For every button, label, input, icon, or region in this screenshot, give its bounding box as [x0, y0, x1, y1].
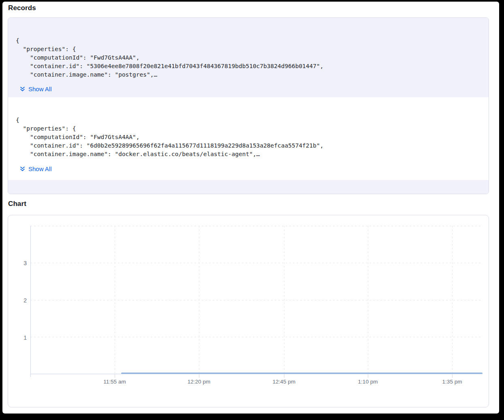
code-line: "properties": {	[16, 124, 479, 133]
v-gridline	[452, 226, 453, 374]
x-tick-label: 1:10 pm	[348, 378, 388, 386]
x-tick	[199, 374, 199, 378]
v-gridline	[199, 226, 199, 374]
records-card: { "properties": { "computationId": "Fwd7…	[8, 17, 489, 194]
line-chart: 3 2 1 11:55 am 12:20 pm 12:45 pm 1:10 pm…	[8, 215, 489, 407]
y-tick-label: 2	[11, 297, 27, 304]
x-tick	[452, 374, 453, 378]
x-tick-label: 11:55 am	[94, 378, 135, 386]
double-chevron-down-icon	[19, 86, 26, 92]
page: Records { "properties": { "computationId…	[2, 2, 499, 414]
v-gridline	[115, 226, 115, 374]
records-section-title: Records	[8, 4, 36, 12]
record-json-preview: { "properties": { "computationId": "Fwd7…	[16, 116, 479, 159]
code-line: {	[16, 36, 479, 45]
code-line: "container.image.name": "postgres",…	[16, 71, 479, 79]
double-chevron-down-icon	[19, 166, 26, 172]
h-gridline	[30, 263, 483, 263]
show-all-label: Show All	[28, 86, 52, 92]
show-all-label: Show All	[28, 165, 52, 172]
code-line: "computationId": "Fwd7GtsA4AA",	[16, 133, 479, 141]
show-all-link[interactable]: Show All	[19, 85, 52, 93]
h-gridline	[30, 337, 483, 337]
x-tick-label: 12:45 pm	[264, 378, 304, 386]
code-line: "computationId": "Fwd7GtsA4AA",	[16, 54, 479, 62]
chart-section-title: Chart	[8, 200, 26, 208]
v-gridline	[368, 226, 368, 374]
x-tick	[115, 374, 115, 378]
y-axis-line	[30, 226, 31, 377]
record-item-clipped	[8, 180, 489, 194]
code-line: "properties": {	[16, 45, 479, 54]
v-gridline	[284, 226, 284, 374]
code-line: "container.image.name": "docker.elastic.…	[16, 150, 479, 159]
x-tick	[284, 374, 284, 378]
h-gridline	[30, 226, 483, 226]
code-line: {	[16, 116, 479, 124]
record-item: { "properties": { "computationId": "Fwd7…	[8, 18, 489, 97]
chart-card: 3 2 1 11:55 am 12:20 pm 12:45 pm 1:10 pm…	[8, 215, 489, 407]
y-tick-label: 3	[11, 259, 27, 267]
show-all-link[interactable]: Show All	[19, 165, 52, 173]
y-tick-label: 1	[11, 334, 27, 341]
x-axis-line	[30, 374, 483, 374]
code-line: "container.id": "5306e4ee8e7808f20e821e4…	[16, 62, 479, 71]
x-tick-label: 12:20 pm	[179, 378, 219, 386]
code-line: "container.id": "6d0b2e59289965696f62fa4…	[16, 141, 479, 150]
record-json-preview: { "properties": { "computationId": "Fwd7…	[16, 36, 479, 79]
h-gridline	[30, 300, 483, 300]
series-line	[121, 373, 483, 374]
x-tick-label: 1:35 pm	[432, 378, 472, 386]
x-tick	[368, 374, 368, 378]
record-item: { "properties": { "computationId": "Fwd7…	[8, 97, 489, 180]
